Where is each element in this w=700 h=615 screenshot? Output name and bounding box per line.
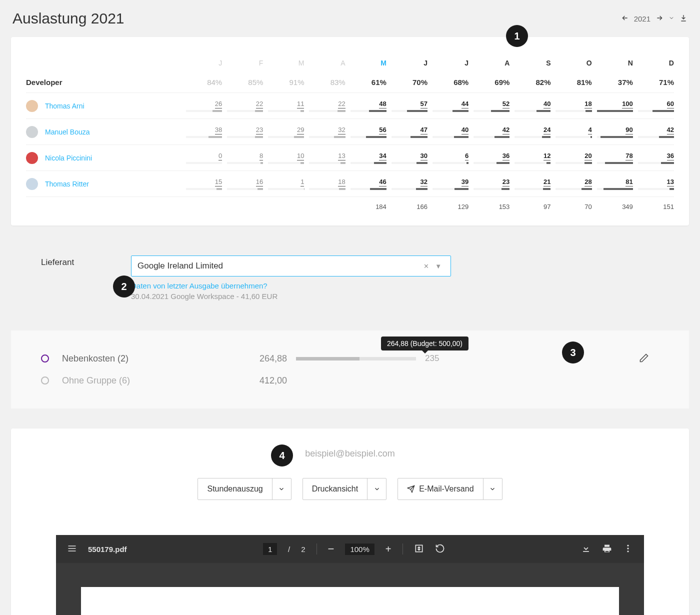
developer-name[interactable]: Thomas Arni [45, 102, 84, 110]
utilization-pct: 69% [468, 78, 510, 86]
utilization-pct: 81% [550, 78, 592, 86]
utilization-pct: 82% [510, 78, 550, 86]
utilization-cell: 42 [633, 126, 674, 138]
pdf-fit-icon[interactable] [414, 544, 424, 555]
supplier-caret-icon[interactable]: ▼ [432, 262, 444, 270]
utilization-cell: 78 [592, 152, 633, 164]
developer-name[interactable]: Thomas Ritter [45, 180, 89, 188]
pdf-zoom-value[interactable]: 100% [345, 544, 374, 555]
groups-panel: 264,88 (Budget: 500,00) 3 Nebenkosten (2… [11, 330, 689, 408]
utilization-pct: 84% [181, 78, 222, 86]
pdf-zoom-in-icon[interactable]: + [386, 544, 392, 555]
group-status-icon [41, 354, 49, 362]
supplier-clear-icon[interactable]: ✕ [420, 262, 432, 270]
month-header: O [550, 59, 592, 67]
avatar [26, 178, 38, 190]
month-header: D [633, 59, 674, 67]
annotation-2: 2 [113, 276, 135, 298]
month-header: F [222, 59, 263, 67]
utilization-sum: 153 [468, 203, 510, 210]
utilization-cell: 90 [592, 126, 633, 138]
utilization-cell: 36 [468, 152, 510, 164]
utilization-cell: 56 [346, 126, 386, 138]
annotation-3: 3 [562, 342, 584, 364]
pdf-zoom-out-icon[interactable]: − [328, 542, 334, 556]
pdf-page-input[interactable]: 1 [263, 543, 277, 555]
annotation-1: 1 [506, 25, 528, 47]
chevron-down-icon[interactable] [272, 478, 291, 500]
month-header: J [386, 59, 428, 67]
utilization-cell: 46 [346, 178, 386, 190]
utilization-sum: 97 [510, 203, 550, 210]
split-button-main[interactable]: Druckansicht [303, 478, 367, 500]
utilization-cell: 11 [263, 100, 304, 112]
utilization-cell: 10 [263, 152, 304, 164]
budget-tooltip: 264,88 (Budget: 500,00) [381, 336, 468, 350]
chevron-down-icon[interactable] [367, 478, 386, 500]
pdf-viewer: 550179.pdf 1 / 2 − 100% + [56, 535, 644, 615]
utilization-pct: 83% [304, 78, 345, 86]
utilization-cell: 36 [633, 152, 674, 164]
group-label[interactable]: Nebenkosten (2) [62, 354, 218, 364]
supplier-copy-link[interactable]: Daten von letzter Ausgabe übernehmen? [131, 282, 451, 290]
utilization-sum [181, 203, 222, 210]
pdf-more-icon[interactable] [623, 544, 633, 555]
utilization-cell: 44 [428, 100, 468, 112]
utilization-cell: 34 [346, 152, 386, 164]
month-header: A [304, 59, 345, 67]
split-button-main[interactable]: E-Mail-Versand [398, 478, 482, 500]
split-button: Stundenauszug [198, 478, 291, 500]
utilization-cell: 29 [263, 126, 304, 138]
utilization-cell: 57 [386, 100, 428, 112]
month-header: N [592, 59, 633, 67]
chevron-down-icon[interactable] [483, 478, 502, 500]
utilization-cell: 23 [222, 126, 263, 138]
utilization-sum: 151 [633, 203, 674, 210]
split-button-main[interactable]: Stundenauszug [198, 478, 272, 500]
utilization-cell: 32 [386, 178, 428, 190]
edit-icon[interactable] [639, 353, 659, 364]
year-dropdown-icon[interactable] [668, 14, 674, 22]
avatar [26, 152, 38, 164]
next-year-button[interactable] [656, 14, 664, 24]
pdf-print-icon[interactable] [602, 544, 612, 555]
pdf-page [81, 587, 619, 615]
annotation-4: 4 [271, 444, 293, 466]
pdf-download-icon[interactable] [581, 544, 591, 555]
page-title: Auslastung 2021 [12, 10, 124, 27]
utilization-panel: 1 JFMAMJJASOND Developer84%85%91%83%61%7… [11, 37, 689, 226]
utilization-cell: 47 [386, 126, 428, 138]
group-label[interactable]: Ohne Gruppe (6) [62, 376, 218, 386]
svg-point-2 [627, 548, 628, 549]
utilization-cell: 24 [510, 126, 550, 138]
developer-name[interactable]: Manuel Bouza [45, 128, 90, 136]
utilization-cell: 20 [550, 152, 592, 164]
avatar [26, 100, 38, 112]
supplier-select[interactable]: Google Ireland Limited ✕ ▼ [131, 256, 451, 276]
utilization-cell: 18 [550, 100, 592, 112]
group-row: Ohne Gruppe (6)412,00 [41, 370, 659, 392]
utilization-sum: 70 [550, 203, 592, 210]
month-header: S [510, 59, 550, 67]
utilization-cell: 13 [304, 152, 345, 164]
utilization-cell: 39 [428, 178, 468, 190]
month-header: M [346, 59, 386, 67]
utilization-cell: 40 [428, 126, 468, 138]
utilization-cell: 52 [468, 100, 510, 112]
pdf-rotate-icon[interactable] [435, 544, 445, 555]
utilization-pct: 85% [222, 78, 263, 86]
utilization-pct: 71% [633, 78, 674, 86]
utilization-cell: 23 [468, 178, 510, 190]
developer-name[interactable]: Nicola Piccinini [45, 154, 92, 162]
utilization-cell: 15 [181, 178, 222, 190]
split-button-label: Druckansicht [312, 484, 358, 494]
utilization-cell: 4 [550, 126, 592, 138]
utilization-cell: 42 [468, 126, 510, 138]
split-button-label: E-Mail-Versand [419, 484, 474, 494]
utilization-sum: 349 [592, 203, 633, 210]
prev-year-button[interactable] [621, 14, 629, 24]
pdf-menu-icon[interactable] [67, 544, 77, 555]
utilization-pct: 61% [346, 78, 386, 86]
split-button: Druckansicht [302, 478, 386, 500]
download-icon[interactable] [680, 14, 688, 24]
